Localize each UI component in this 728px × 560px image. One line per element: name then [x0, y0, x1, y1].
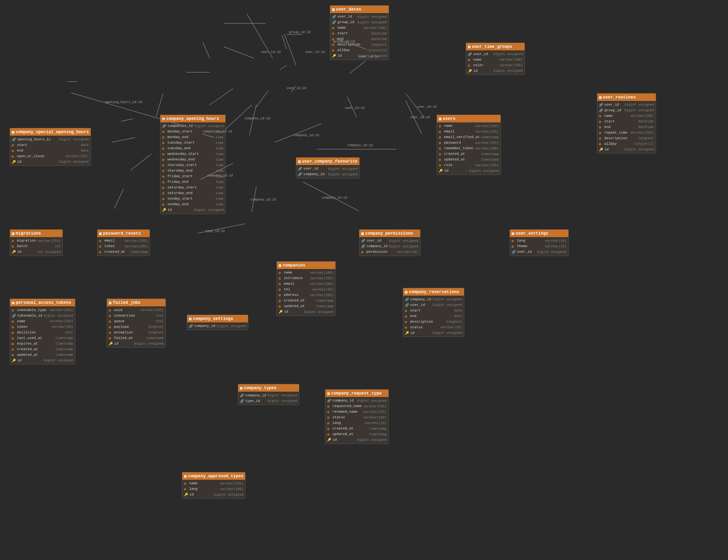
table-row: ▦namevarchar(255)	[437, 123, 500, 129]
field-type-label: bigint unsigned	[355, 399, 386, 403]
table-header-failed_jobs[interactable]: ▦failed_jobs	[107, 299, 166, 306]
table-row: ▦tuesday_endtime	[160, 146, 225, 151]
table-header-password_resets[interactable]: ▦password_resets	[97, 230, 150, 237]
table-title-company_special_opening_hours: company_special_opening_hours	[16, 130, 89, 134]
column-icon: ▦	[162, 130, 166, 134]
table-grid-icon: ▦	[468, 44, 470, 49]
column-icon: ▦	[599, 125, 603, 129]
field-type-label: bigint unsigned	[37, 359, 73, 362]
table-row: 🔗group_idbigint unsigned	[597, 107, 656, 113]
table-body-user_company_favourite: 🔗user_idbigint unsigned🔗company_idbigint…	[296, 165, 359, 178]
table-company_permissions: ▦company_permissions🔗user_idbigint unsig…	[359, 229, 420, 256]
field-type-label: varchar(255)	[209, 482, 243, 485]
table-row: 🔗user_idbigint unsigned	[296, 166, 359, 172]
table-header-personal_access_tokens[interactable]: ▦personal_access_tokens	[10, 299, 75, 306]
table-header-company_approved_types[interactable]: ▦company_approved_types	[182, 472, 245, 480]
primary-key-icon: 🔑	[599, 148, 603, 152]
svg-line-1	[203, 42, 210, 58]
primary-key-icon: 🔑	[12, 160, 16, 164]
field-name-label: email_verified_at	[444, 135, 479, 139]
column-icon: ▦	[162, 169, 166, 173]
column-icon: ▦	[162, 197, 166, 201]
field-name-label: last_used_at	[17, 336, 42, 340]
column-icon: ▦	[327, 404, 331, 408]
foreign-key-icon: 🔗	[332, 20, 336, 24]
field-name-label: company_id	[304, 172, 325, 176]
column-icon: ▦	[162, 135, 166, 139]
table-row: ▦migrationvarchar(255)	[10, 238, 63, 244]
field-name-label: group_id	[338, 20, 356, 24]
field-name-label: updated_at	[444, 158, 465, 162]
field-name-label: thursday_end	[167, 169, 193, 173]
field-type-label: timestamp	[355, 432, 386, 436]
table-row: ▦created_attimestamp	[277, 298, 335, 304]
table-header-user_routines[interactable]: ▦user_routines	[597, 93, 656, 101]
table-title-company_reservations: company_reservations	[409, 290, 459, 294]
field-name-label: open_or_close	[17, 154, 44, 158]
table-grid-icon: ▦	[361, 231, 364, 236]
field-name-label: end	[604, 125, 623, 129]
table-body-user_time_groups: 🔗user_idbigint unsigned▦namevarchar(100)…	[466, 50, 524, 75]
field-type-label: varchar(255)	[464, 163, 499, 167]
field-name-label: user_id	[338, 15, 356, 19]
table-row: 🔗user_idbigint unsigned	[330, 14, 389, 20]
table-header-company_settings[interactable]: ▦company_settings	[187, 315, 248, 322]
table-header-user_settings[interactable]: ▦user_settings	[510, 230, 568, 237]
column-icon: ▦	[162, 186, 166, 190]
table-row: 🔑idint unsigned	[10, 249, 63, 255]
table-title-user_dates: user_dates	[336, 7, 361, 12]
field-name-label: abilities	[17, 331, 36, 335]
field-type-label: bigint unsigned	[464, 169, 499, 173]
field-type-label: varchar(50)	[389, 250, 418, 254]
table-row: 🔗tokenable_idbigint unsigned	[10, 313, 75, 318]
table-row: 🔑idbigint unsigned	[437, 168, 500, 174]
field-name-label: created_at	[284, 299, 305, 303]
table-header-company_types[interactable]: ▦company_types	[238, 384, 299, 392]
column-icon: ▦	[512, 239, 515, 243]
table-row: ▦themevarchar(10)	[510, 244, 568, 249]
connector-label-user-id-perm: user_id:id	[345, 106, 364, 110]
table-header-company_reservations[interactable]: ▦company_reservations	[403, 288, 464, 296]
field-name-label: id	[17, 250, 36, 254]
field-name-label: lang	[517, 239, 535, 243]
table-grid-icon: ▦	[405, 289, 407, 294]
field-name-label: created_at	[332, 427, 353, 431]
field-name-label: renamed_name	[332, 410, 358, 414]
table-row: ▦descriptionlongtext	[403, 319, 464, 325]
table-failed_jobs: ▦failed_jobs▦uuidvarchar(255)▦connection…	[107, 299, 166, 348]
table-row: ▦updated_attimestamp	[10, 352, 75, 358]
table-header-companies[interactable]: ▦companies	[277, 262, 335, 269]
table-grid-icon: ▦	[12, 129, 14, 135]
connector-label-company-id-res: company_id:id	[347, 143, 372, 147]
table-row: ▦sunday_starttime	[160, 196, 225, 202]
table-header-user_time_groups[interactable]: ▦user_time_groups	[466, 43, 524, 50]
field-type-label: time	[190, 180, 224, 184]
table-header-company_permissions[interactable]: ▦company_permissions	[360, 230, 420, 237]
table-row: ▦namevarchar(255)	[10, 318, 75, 324]
column-icon: ▦	[327, 427, 331, 431]
table-header-user_dates[interactable]: ▦user_dates	[330, 6, 389, 13]
column-icon: ▦	[162, 174, 166, 178]
table-header-users[interactable]: ▦users	[437, 115, 500, 122]
table-row: ▦tuesday_starttime	[160, 140, 225, 146]
column-icon: ▦	[99, 244, 103, 248]
table-title-company_settings: company_settings	[193, 316, 233, 321]
table-row: ▦created_attimestamp	[325, 426, 388, 432]
table-header-user_company_favourite[interactable]: ▦user_company_favourite	[296, 158, 359, 165]
field-name-label: user_id	[366, 239, 385, 243]
table-header-company_opening_hours[interactable]: ▦company_opening_hours	[160, 115, 225, 122]
table-row: ▦failed_attimestamp	[107, 335, 166, 341]
column-icon: ▦	[405, 309, 409, 313]
table-header-company_request_type[interactable]: ▦company_request_type	[325, 390, 388, 397]
table-header-company_special_opening_hours[interactable]: ▦company_special_opening_hours	[10, 128, 91, 136]
field-name-label: company_id	[366, 244, 387, 248]
table-title-personal_access_tokens: personal_access_tokens	[16, 300, 71, 305]
field-type-label: date	[430, 314, 462, 318]
table-row: ▦uuidvarchar(255)	[107, 307, 166, 313]
column-icon: ▦	[12, 239, 16, 243]
column-icon: ▦	[599, 131, 603, 135]
field-type-label: bigint unsigned	[430, 303, 462, 307]
table-header-migrations[interactable]: ▦migrations	[10, 230, 63, 237]
svg-line-8	[156, 93, 163, 117]
field-type-label: varchar(255)	[48, 308, 73, 312]
